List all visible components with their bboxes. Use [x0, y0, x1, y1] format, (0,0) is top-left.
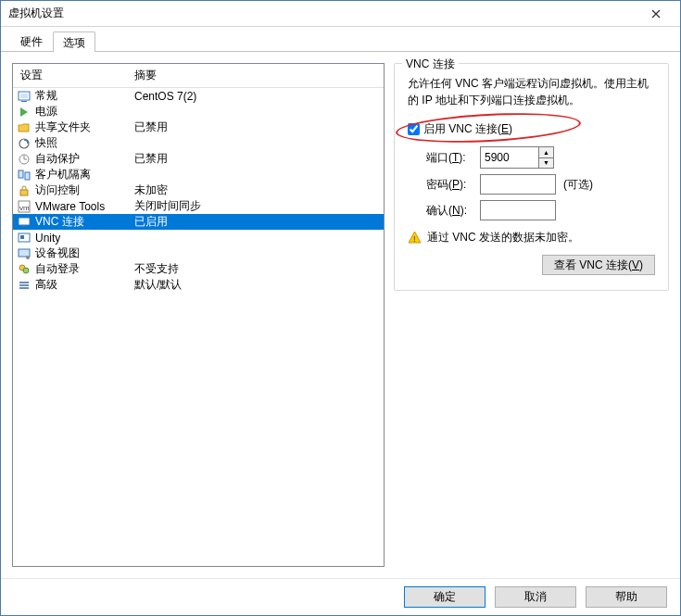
row-label: 电源	[35, 104, 132, 119]
list-row[interactable]: 自动保护 已禁用	[13, 151, 384, 167]
enable-vnc-row: 启用 VNC 连接(E)	[408, 121, 655, 137]
enable-vnc-checkbox[interactable]	[408, 123, 420, 135]
spinner-up[interactable]: ▲	[539, 147, 553, 158]
vmtools-icon: vm	[17, 199, 32, 214]
svg-rect-25	[19, 287, 29, 289]
col-setting: 设置	[17, 66, 132, 85]
list-row[interactable]: 常规 CentOS 7(2)	[13, 88, 384, 104]
list-row[interactable]: 电源	[13, 104, 384, 119]
dialog-window: 虚拟机设置 硬件 选项 设置 摘要 常规 CentOS 7(2) 电源	[0, 0, 681, 616]
list-header: 设置 摘要	[13, 64, 384, 88]
list-row[interactable]: 设备视图	[13, 245, 384, 261]
dialog-body: 设置 摘要 常规 CentOS 7(2) 电源 共享文件夹 已禁用 快照	[1, 52, 680, 578]
unity-icon	[17, 231, 32, 245]
svg-rect-16	[22, 226, 26, 227]
svg-text:!: !	[413, 234, 416, 244]
row-label: 常规	[35, 88, 132, 104]
list-row[interactable]: 自动登录 不受支持	[13, 261, 384, 277]
spinner-down[interactable]: ▼	[539, 158, 553, 169]
confirm-row: 确认(N):	[408, 200, 655, 220]
row-summary: 默认/默认	[132, 277, 384, 293]
list-row[interactable]: 高级 默认/默认	[13, 277, 384, 293]
password-row: 密码(P): (可选)	[408, 174, 655, 195]
confirm-input[interactable]	[480, 200, 556, 220]
svg-rect-19	[19, 249, 30, 257]
row-label: 访问控制	[35, 182, 132, 198]
tab-hardware[interactable]: 硬件	[10, 31, 53, 51]
close-button[interactable]	[636, 4, 676, 24]
isolation-icon	[17, 168, 32, 182]
tab-options[interactable]: 选项	[53, 31, 95, 52]
row-summary: 已禁用	[132, 151, 384, 167]
svg-rect-10	[19, 170, 23, 178]
general-icon	[17, 89, 32, 104]
snapshot-icon	[17, 136, 32, 151]
row-label: 自动保护	[35, 151, 132, 167]
vnc-fieldset: VNC 连接 允许任何 VNC 客户端远程访问虚拟机。使用主机的 IP 地址和下…	[394, 63, 669, 291]
autologin-icon	[17, 262, 32, 277]
row-summary: 已启用	[132, 214, 384, 230]
settings-list[interactable]: 设置 摘要 常规 CentOS 7(2) 电源 共享文件夹 已禁用 快照	[12, 63, 385, 567]
list-row[interactable]: VNC 连接 已启用	[13, 214, 384, 230]
row-summary: 不受支持	[132, 261, 384, 277]
list-row[interactable]: 共享文件夹 已禁用	[13, 119, 384, 135]
vnc-description: 允许任何 VNC 客户端远程访问虚拟机。使用主机的 IP 地址和下列端口连接虚拟…	[408, 75, 655, 108]
row-summary: 关闭时间同步	[132, 198, 384, 214]
svg-rect-15	[19, 218, 30, 225]
warning-text: 通过 VNC 发送的数据未加密。	[427, 230, 579, 245]
port-input[interactable]	[481, 147, 538, 168]
svg-rect-12	[20, 190, 28, 195]
svg-point-22	[23, 268, 29, 273]
device-view-icon	[17, 246, 32, 261]
list-row[interactable]: 客户机隔离	[13, 167, 384, 182]
view-vnc-button[interactable]: 查看 VNC 连接(V)	[542, 255, 655, 275]
password-input[interactable]	[480, 174, 556, 195]
svg-marker-5	[20, 107, 28, 117]
svg-rect-11	[25, 172, 30, 180]
svg-rect-4	[21, 101, 27, 102]
warning-row: ! 通过 VNC 发送的数据未加密。	[408, 230, 655, 245]
row-label: VMware Tools	[35, 200, 132, 213]
svg-point-20	[26, 256, 30, 259]
vnc-panel: VNC 连接 允许任何 VNC 客户端远程访问虚拟机。使用主机的 IP 地址和下…	[394, 63, 669, 567]
lock-icon	[17, 183, 32, 198]
svg-text:vm: vm	[19, 204, 30, 212]
row-label: 共享文件夹	[35, 119, 132, 135]
list-row[interactable]: 快照	[13, 135, 384, 151]
svg-rect-24	[19, 284, 29, 286]
row-label: 高级	[35, 277, 132, 293]
window-title: 虚拟机设置	[8, 6, 636, 21]
fieldset-legend: VNC 连接	[402, 57, 459, 72]
ok-button[interactable]: 确定	[404, 586, 486, 608]
list-row[interactable]: Unity	[13, 230, 384, 245]
row-label: Unity	[35, 232, 132, 245]
folder-icon	[17, 120, 32, 135]
row-label: 客户机隔离	[35, 167, 132, 182]
row-label: 快照	[35, 135, 132, 151]
port-spinner: ▲ ▼	[480, 146, 554, 169]
help-button[interactable]: 帮助	[586, 586, 667, 608]
row-summary: CentOS 7(2)	[132, 90, 384, 103]
col-summary: 摘要	[132, 66, 380, 85]
row-label: VNC 连接	[35, 214, 132, 230]
monitor-icon	[17, 215, 32, 230]
tabbar: 硬件 选项	[1, 27, 680, 52]
port-row: 端口(T): ▲ ▼	[408, 146, 655, 169]
row-summary: 未加密	[132, 182, 384, 198]
cancel-button[interactable]: 取消	[495, 586, 576, 608]
svg-rect-18	[20, 235, 24, 239]
autoprotect-icon	[17, 152, 32, 167]
password-optional: (可选)	[563, 177, 593, 193]
warning-icon: !	[408, 231, 422, 245]
svg-rect-3	[20, 94, 28, 98]
svg-rect-23	[19, 282, 29, 283]
titlebar: 虚拟机设置	[1, 1, 680, 27]
list-row[interactable]: 访问控制 未加密	[13, 182, 384, 198]
enable-vnc-label[interactable]: 启用 VNC 连接(E)	[423, 121, 512, 137]
close-icon	[651, 9, 661, 19]
list-row[interactable]: vm VMware Tools 关闭时间同步	[13, 198, 384, 214]
confirm-label: 确认(N):	[426, 203, 480, 219]
port-label: 端口(T):	[426, 150, 480, 166]
row-label: 自动登录	[35, 261, 132, 277]
view-btn-row: 查看 VNC 连接(V)	[408, 255, 655, 275]
